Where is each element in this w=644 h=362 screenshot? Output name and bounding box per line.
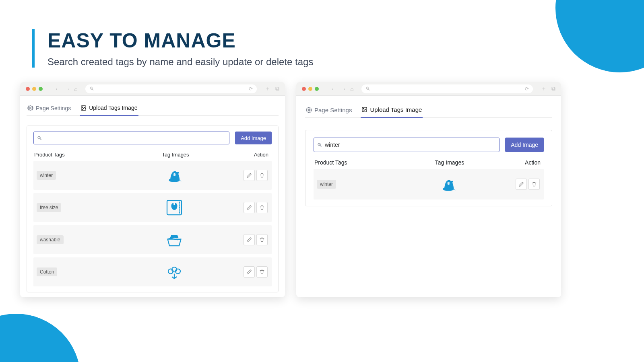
address-bar[interactable]: 🔍︎ ⟳ <box>361 84 533 93</box>
browser-window-right: ← → ⌂ 🔍︎ ⟳ ＋ ⧉ Page Settings <box>296 82 561 297</box>
edit-button[interactable] <box>244 266 255 278</box>
forward-icon[interactable]: → <box>341 86 346 92</box>
delete-button[interactable] <box>256 202 268 213</box>
table-header: Product Tags Tag Images Action <box>33 150 272 161</box>
delete-button[interactable] <box>528 179 540 190</box>
pencil-icon <box>246 237 252 243</box>
svg-point-5 <box>363 108 364 109</box>
home-icon[interactable]: ⌂ <box>350 86 353 92</box>
app-tabs: Page Settings Upload Tags Image <box>27 101 279 116</box>
pencil-icon <box>246 173 252 178</box>
new-tab-icon[interactable]: ＋ <box>541 85 547 93</box>
trash-icon <box>259 173 265 178</box>
svg-point-2 <box>83 107 83 107</box>
page-header: EASY TO MANAGE Search created tags by na… <box>32 29 313 68</box>
search-input[interactable]: 🔍︎ <box>314 138 500 152</box>
copy-icon[interactable]: ⧉ <box>551 85 555 93</box>
minimize-dot[interactable] <box>32 87 36 91</box>
close-dot[interactable] <box>302 87 306 91</box>
table-header: Product Tags Tag Images Action <box>314 158 544 169</box>
tags-panel: 🔍︎ Add Image Product Tags Tag Images Act… <box>27 125 279 292</box>
col-action: Action <box>495 159 543 166</box>
edit-button[interactable] <box>244 202 255 213</box>
add-image-button[interactable]: Add Image <box>505 138 544 152</box>
edit-button[interactable] <box>516 179 527 190</box>
home-icon[interactable]: ⌂ <box>74 86 77 92</box>
window-titlebar: ← → ⌂ 🔍︎ ⟳ ＋ ⧉ <box>20 82 285 96</box>
tab-upload-tags[interactable]: Upload Tags Image <box>361 103 423 118</box>
image-icon <box>361 107 367 113</box>
cotton-icon <box>165 262 184 282</box>
tab-upload-tags[interactable]: Upload Tags Image <box>80 101 138 116</box>
tags-panel: 🔍︎ Add Image Product Tags Tag Images Act… <box>305 130 552 206</box>
new-tab-icon[interactable]: ＋ <box>265 85 270 93</box>
trash-icon <box>531 181 537 187</box>
address-bar[interactable]: 🔍︎ ⟳ <box>85 84 257 93</box>
col-product-tags: Product Tags <box>314 159 405 166</box>
search-input[interactable]: 🔍︎ <box>33 132 229 144</box>
search-field[interactable] <box>325 142 496 148</box>
search-icon: 🔍︎ <box>89 86 94 92</box>
browser-window-left: ← → ⌂ 🔍︎ ⟳ ＋ ⧉ Page Settings <box>20 82 285 297</box>
tag-chip: Cotton <box>37 267 57 276</box>
search-icon: 🔍︎ <box>317 142 322 148</box>
tag-image-cell <box>128 198 220 217</box>
table-row: winter <box>33 161 272 190</box>
maximize-dot[interactable] <box>315 87 319 91</box>
tab-label: Page Settings <box>36 105 71 111</box>
col-action: Action <box>223 152 271 158</box>
edit-button[interactable] <box>244 170 255 181</box>
delete-button[interactable] <box>256 170 268 181</box>
reload-icon[interactable]: ⟳ <box>525 86 529 92</box>
tag-image-cell <box>128 262 220 282</box>
tag-chip: washable <box>37 235 64 244</box>
forward-icon[interactable]: → <box>64 86 70 92</box>
tab-label: Upload Tags Image <box>89 105 137 111</box>
trash-icon <box>259 205 265 210</box>
search-field[interactable] <box>45 135 226 141</box>
add-image-button[interactable]: Add Image <box>235 132 272 144</box>
tag-chip: winter <box>37 171 56 180</box>
traffic-lights <box>26 87 43 91</box>
search-icon: 🔍︎ <box>365 86 370 92</box>
reload-icon[interactable]: ⟳ <box>249 86 253 92</box>
gear-icon <box>27 105 33 111</box>
decorative-blob-bottom <box>0 314 80 362</box>
col-tag-images: Tag Images <box>128 152 223 158</box>
hat-icon <box>165 166 184 185</box>
col-tag-images: Tag Images <box>405 159 495 166</box>
tag-image-cell <box>128 166 220 185</box>
size-icon <box>165 198 184 217</box>
back-icon[interactable]: ← <box>331 86 336 92</box>
delete-button[interactable] <box>256 234 268 245</box>
wash-icon <box>165 230 184 249</box>
tab-label: Upload Tags Image <box>370 106 422 113</box>
table-row: washable <box>33 225 272 254</box>
back-icon[interactable]: ← <box>55 86 60 92</box>
close-dot[interactable] <box>26 87 30 91</box>
tab-page-settings[interactable]: Page Settings <box>27 101 72 115</box>
titlebar-actions: ＋ ⧉ <box>541 85 555 93</box>
delete-button[interactable] <box>256 266 268 278</box>
trash-icon <box>259 269 265 275</box>
maximize-dot[interactable] <box>39 87 43 91</box>
tab-label: Page Settings <box>314 107 352 113</box>
copy-icon[interactable]: ⧉ <box>275 85 279 93</box>
minimize-dot[interactable] <box>308 87 312 91</box>
titlebar-actions: ＋ ⧉ <box>265 85 279 93</box>
table-row: free size <box>33 193 272 222</box>
image-icon <box>80 105 87 111</box>
table-row: Cotton <box>33 257 272 286</box>
browser-nav: ← → ⌂ <box>331 86 353 92</box>
traffic-lights <box>302 87 319 91</box>
gear-icon <box>306 107 312 113</box>
pencil-icon <box>246 269 252 275</box>
browser-nav: ← → ⌂ <box>55 86 77 92</box>
page-subtitle: Search created tags by name and easily u… <box>47 56 313 68</box>
tab-page-settings[interactable]: Page Settings <box>305 103 353 117</box>
tag-chip: free size <box>37 203 61 212</box>
col-product-tags: Product Tags <box>34 152 128 158</box>
pencil-icon <box>246 205 252 210</box>
tag-image-cell <box>128 230 220 249</box>
edit-button[interactable] <box>244 234 255 245</box>
